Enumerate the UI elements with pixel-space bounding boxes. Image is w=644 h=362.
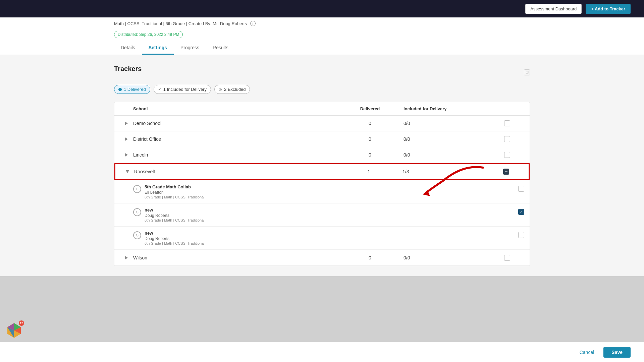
table-row: District Office 0 0/0 xyxy=(114,131,530,147)
header-delivered: Delivered xyxy=(336,106,404,111)
checkbox-district[interactable] xyxy=(504,136,510,142)
tab-results[interactable]: Results xyxy=(206,42,235,55)
delivered-dot xyxy=(118,88,122,91)
checkbox-wilson[interactable] xyxy=(504,255,510,261)
trackers-table: School Delivered Included for Delivery D… xyxy=(114,102,530,266)
included-district: 0/0 xyxy=(404,136,504,142)
sub-item-author-3: Doug Roberts xyxy=(145,236,331,241)
sub-item-author-1: Eli Leafton xyxy=(145,190,331,195)
included-roosevelt: 1/3 xyxy=(402,169,503,174)
delivered-roosevelt: 1 xyxy=(335,169,402,174)
included-lincoln: 0/0 xyxy=(404,152,504,158)
collapse-icon[interactable]: ⊡ xyxy=(524,69,530,75)
meta-breadcrumb: Math | CCSS: Traditional | 6th Grade | C… xyxy=(114,21,247,26)
app-icon[interactable]: 12 xyxy=(5,322,23,339)
chevron-right-icon xyxy=(125,153,128,157)
table-row-roosevelt: Roosevelt 1 1/3 xyxy=(114,163,530,180)
sub-item-author-2: Doug Roberts xyxy=(145,213,331,218)
filter-row: 1 Delivered ✓ 1 Included for Delivery ⊙ … xyxy=(114,85,530,94)
tab-settings[interactable]: Settings xyxy=(142,42,174,55)
app-icon-container: 12 xyxy=(5,322,23,339)
checkbox-lincoln[interactable] xyxy=(504,152,510,158)
sync-icon-1: ↻ xyxy=(133,185,141,193)
delivered-demo: 0 xyxy=(336,121,404,126)
sub-item-meta-2: 6th Grade | Math | CCSS: Traditional xyxy=(145,218,331,222)
chip-included[interactable]: ✓ 1 Included for Delivery xyxy=(154,85,211,94)
chevron-right-icon xyxy=(125,122,128,125)
chip-excluded-label: 2 Excluded xyxy=(224,87,246,92)
chip-delivered[interactable]: 1 Delivered xyxy=(114,85,150,94)
sub-item-title-3: new xyxy=(145,231,331,236)
clock-icon: ⊙ xyxy=(219,87,222,92)
checkbox-roosevelt[interactable] xyxy=(503,169,509,175)
expand-roosevelt[interactable] xyxy=(121,170,134,173)
table-row: Lincoln 0 0/0 xyxy=(114,147,530,163)
chevron-right-icon xyxy=(125,256,128,259)
delivered-lincoln: 0 xyxy=(336,152,404,158)
notification-badge: 12 xyxy=(19,320,24,326)
add-to-tracker-button[interactable]: + Add to Tracker xyxy=(586,4,631,14)
delivered-wilson: 0 xyxy=(336,255,404,260)
sub-item-title-1: 5th Grade Math Collab xyxy=(145,184,331,189)
expand-wilson[interactable] xyxy=(120,256,133,259)
header-included: Included for Delivery xyxy=(404,106,504,111)
cancel-button[interactable]: Cancel xyxy=(574,347,600,358)
school-name-demo: Demo School xyxy=(133,121,336,126)
save-button[interactable]: Save xyxy=(603,347,631,358)
check-icon: ✓ xyxy=(158,87,161,92)
sub-item-title-2: new xyxy=(145,207,331,213)
table-header: School Delivered Included for Delivery xyxy=(114,102,530,116)
expand-district[interactable] xyxy=(120,137,133,141)
sub-row-2: ↻ new Doug Roberts 6th Grade | Math | CC… xyxy=(114,203,530,227)
checkbox-demo[interactable] xyxy=(504,120,510,126)
school-name-wilson: Wilson xyxy=(133,255,336,260)
chevron-down-icon xyxy=(126,170,129,173)
info-icon[interactable]: i xyxy=(250,21,256,26)
sub-rows-container: ↻ 5th Grade Math Collab Eli Leafton 6th … xyxy=(114,180,530,250)
checkbox-sub1[interactable] xyxy=(518,186,524,192)
assessment-dashboard-button[interactable]: Assessment Dashboard xyxy=(525,4,582,14)
table-row: Demo School 0 0/0 xyxy=(114,116,530,131)
chip-included-label: 1 Included for Delivery xyxy=(163,87,207,92)
checkbox-sub3[interactable] xyxy=(518,232,524,238)
sync-icon-2: ↻ xyxy=(133,208,141,216)
chip-delivered-label: 1 Delivered xyxy=(124,87,146,92)
header-school: School xyxy=(133,106,336,111)
sub-item-info-2: new Doug Roberts 6th Grade | Math | CCSS… xyxy=(145,207,331,222)
included-wilson: 0/0 xyxy=(404,255,504,260)
chevron-right-icon xyxy=(125,137,128,141)
sub-row-3: ↻ new Doug Roberts 6th Grade | Math | CC… xyxy=(114,227,530,250)
header-checkbox-col xyxy=(504,106,524,111)
school-name-lincoln: Lincoln xyxy=(133,152,336,158)
table-row: Wilson 0 0/0 xyxy=(114,250,530,266)
tabs-container: Details Settings Progress Results xyxy=(114,42,530,55)
header-expand-col xyxy=(120,106,133,111)
delivered-district: 0 xyxy=(336,136,404,142)
expand-demo-school[interactable] xyxy=(120,122,133,125)
sub-item-meta-3: 6th Grade | Math | CCSS: Traditional xyxy=(145,241,331,245)
main-content: Trackers ⊡ 1 Delivered ✓ 1 Included for … xyxy=(0,55,644,276)
tab-progress[interactable]: Progress xyxy=(174,42,206,55)
included-demo: 0/0 xyxy=(404,121,504,126)
sync-icon-3: ↻ xyxy=(133,231,141,239)
checkbox-sub2[interactable] xyxy=(518,209,524,215)
sub-item-info-3: new Doug Roberts 6th Grade | Math | CCSS… xyxy=(145,231,331,245)
sub-row-1: ↻ 5th Grade Math Collab Eli Leafton 6th … xyxy=(114,180,530,203)
trackers-title: Trackers xyxy=(114,65,142,73)
expand-lincoln[interactable] xyxy=(120,153,133,157)
tab-details[interactable]: Details xyxy=(114,42,142,55)
bottom-bar: Cancel Save xyxy=(0,342,644,362)
school-name-roosevelt: Roosevelt xyxy=(134,169,335,174)
school-name-district: District Office xyxy=(133,136,336,142)
distributed-badge: Distributed: Sep 26, 2022 2:49 PM xyxy=(114,31,183,38)
chip-excluded[interactable]: ⊙ 2 Excluded xyxy=(214,85,250,94)
sub-item-meta-1: 6th Grade | Math | CCSS: Traditional xyxy=(145,195,331,199)
sub-item-info-1: 5th Grade Math Collab Eli Leafton 6th Gr… xyxy=(145,184,331,199)
top-bar: Assessment Dashboard + Add to Tracker xyxy=(0,0,644,17)
